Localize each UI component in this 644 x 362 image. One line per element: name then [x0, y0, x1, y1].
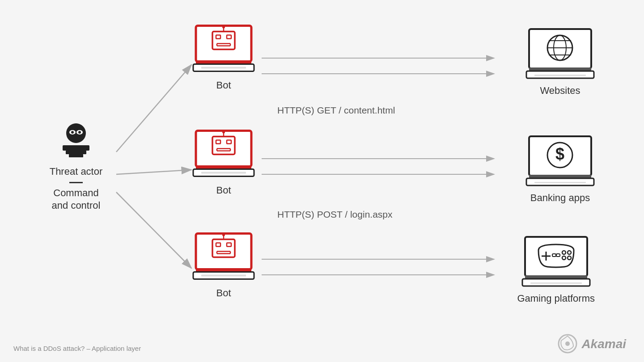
- akamai-logo: Akamai: [558, 334, 626, 354]
- svg-point-40: [222, 131, 225, 134]
- websites-label: Websites: [540, 85, 580, 97]
- bot-label-mid: Bot: [216, 185, 231, 196]
- svg-point-53: [222, 234, 225, 236]
- gaming-label: Gaming platforms: [517, 293, 595, 304]
- akamai-icon: [558, 334, 578, 354]
- svg-rect-71: [534, 182, 586, 183]
- bot-mid: Bot: [192, 127, 255, 196]
- svg-rect-16: [66, 151, 86, 154]
- http-label-top: HTTP(S) GET / content.html: [277, 105, 395, 116]
- target-websites: Websites: [525, 27, 595, 97]
- threat-actor-sublabel: Commandand control: [52, 187, 101, 212]
- akamai-text: Akamai: [581, 337, 626, 351]
- target-banking: $ Banking apps: [525, 134, 595, 204]
- svg-point-27: [222, 26, 225, 29]
- svg-rect-30: [201, 67, 246, 69]
- svg-rect-65: [534, 75, 586, 76]
- bottom-label: What is a DDoS attack? – Application lay…: [13, 345, 141, 352]
- threat-actor-divider: [69, 182, 83, 183]
- threat-actor-icon: [56, 121, 96, 161]
- bot-laptop-bot: [192, 230, 255, 284]
- banking-label: Banking apps: [530, 192, 590, 204]
- http-label-mid: HTTP(S) POST / login.aspx: [277, 209, 393, 220]
- websites-icon: [525, 27, 595, 80]
- svg-rect-43: [201, 172, 246, 174]
- svg-point-85: [565, 341, 570, 346]
- svg-point-10: [66, 123, 86, 143]
- svg-line-1: [116, 65, 191, 152]
- bot-bot: Bot: [192, 230, 255, 299]
- banking-icon: $: [525, 134, 595, 188]
- svg-point-13: [71, 131, 74, 134]
- threat-actor: Threat actor Commandand control: [40, 121, 112, 212]
- bot-label-bot: Bot: [216, 287, 231, 299]
- svg-rect-72: [525, 237, 587, 276]
- diagram-container: Threat actor Commandand control: [0, 0, 644, 362]
- bot-top: Bot: [192, 22, 255, 91]
- svg-line-2: [116, 170, 191, 174]
- svg-line-3: [116, 192, 191, 268]
- target-gaming: Gaming platforms: [517, 235, 595, 304]
- svg-rect-17: [69, 154, 83, 157]
- svg-point-14: [78, 131, 81, 134]
- svg-rect-83: [530, 282, 582, 284]
- svg-rect-56: [201, 275, 246, 277]
- threat-actor-label: Threat actor: [50, 165, 103, 178]
- gaming-icon: [521, 235, 591, 288]
- svg-text:$: $: [555, 145, 564, 163]
- bot-laptop-mid: [192, 127, 255, 181]
- bot-laptop-top: [192, 22, 255, 76]
- svg-rect-15: [63, 145, 89, 151]
- bot-label-top: Bot: [216, 80, 231, 91]
